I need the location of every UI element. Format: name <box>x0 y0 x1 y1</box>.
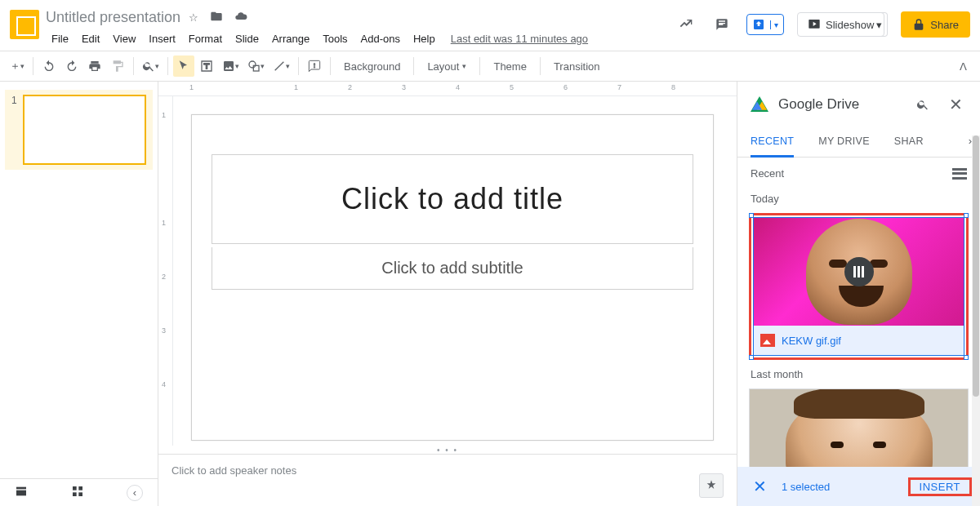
subtitle-placeholder[interactable]: Click to add subtitle <box>212 247 693 290</box>
print-button[interactable] <box>84 55 105 77</box>
slide-thumbnail-1[interactable]: 1 <box>5 90 153 170</box>
slideshow-caret[interactable]: ▾ <box>871 12 888 37</box>
drive-file-list[interactable]: Today KEKW gif.gif Last month <box>737 184 980 506</box>
last-edit-link[interactable]: Last edit was 11 minutes ago <box>451 33 588 45</box>
title-placeholder[interactable]: Click to add title <box>212 154 693 244</box>
file-card-selected[interactable]: KEKW gif.gif <box>749 213 969 360</box>
speaker-notes[interactable]: Click to add speaker notes <box>158 454 737 506</box>
list-view-icon[interactable] <box>952 168 967 180</box>
svg-point-0 <box>249 61 256 68</box>
grid-view-icon[interactable] <box>71 485 84 500</box>
file-name: KEKW gif.gif <box>782 335 841 347</box>
section-today: Today <box>751 193 967 205</box>
svg-rect-4 <box>73 486 77 490</box>
svg-rect-3 <box>16 490 26 496</box>
section-last-month: Last month <box>751 368 967 380</box>
clear-selection-icon[interactable]: ✕ <box>746 477 773 496</box>
drive-scrollbar[interactable] <box>972 135 980 506</box>
slide-thumb-preview <box>23 95 146 165</box>
trend-icon[interactable] <box>675 13 697 36</box>
background-button[interactable]: Background <box>336 60 408 73</box>
menu-edit[interactable]: Edit <box>76 29 105 48</box>
present-upload-button[interactable]: ▾ <box>746 14 784 35</box>
svg-rect-1 <box>253 65 259 71</box>
share-button[interactable]: Share <box>901 11 970 38</box>
menu-arrange[interactable]: Arrange <box>266 29 315 48</box>
search-icon[interactable] <box>911 93 934 116</box>
svg-rect-6 <box>73 492 77 496</box>
explore-button[interactable] <box>699 473 724 498</box>
svg-rect-7 <box>78 492 82 496</box>
comments-icon[interactable] <box>710 13 733 36</box>
redo-button[interactable] <box>61 55 82 77</box>
textbox-tool[interactable] <box>196 55 217 77</box>
doc-title-row: Untitled presentation ☆ <box>46 7 675 28</box>
undo-button[interactable] <box>38 55 60 77</box>
paint-format-button[interactable] <box>107 55 128 77</box>
theme-button[interactable]: Theme <box>485 60 534 73</box>
line-tool[interactable]: ▾ <box>270 55 293 77</box>
drive-panel-header: Google Drive ✕ <box>737 82 980 127</box>
canvas-area: 1 1 2 3 4 5 6 7 8 1 1 2 3 4 Click to add… <box>158 82 737 506</box>
slideshow-label: Slideshow <box>826 19 874 31</box>
menu-file[interactable]: File <box>46 29 74 48</box>
notes-splitter[interactable]: • • • <box>158 446 737 454</box>
filmstrip-view-icon[interactable] <box>15 485 28 500</box>
drive-selection-footer: ✕ 1 selected INSERT <box>737 467 980 506</box>
cloud-status-icon[interactable] <box>234 10 247 25</box>
svg-rect-5 <box>78 486 82 490</box>
tab-my-drive[interactable]: MY DRIVE <box>818 127 870 157</box>
menu-view[interactable]: View <box>107 29 141 48</box>
slides-app-icon[interactable] <box>10 10 39 39</box>
insert-button[interactable]: INSERT <box>911 476 969 498</box>
drive-sublabel: Recent <box>751 167 784 180</box>
layout-button[interactable]: Layout▾ <box>419 60 474 73</box>
select-tool[interactable] <box>173 55 194 77</box>
new-slide-button[interactable]: ＋▾ <box>7 55 28 77</box>
file-thumbnail <box>754 218 964 326</box>
header-actions: ▾ Slideshow ▾ Share <box>675 11 970 38</box>
zoom-button[interactable]: ▾ <box>139 55 163 77</box>
collapse-toolbar-icon[interactable]: ᐱ <box>952 55 973 77</box>
canvas-scroll: 1 1 2 3 4 5 6 7 8 1 1 2 3 4 Click to add… <box>158 82 737 446</box>
move-icon[interactable] <box>210 10 223 25</box>
star-icon[interactable]: ☆ <box>189 11 198 24</box>
slide-number: 1 <box>11 95 20 165</box>
image-tool[interactable]: ▾ <box>219 55 243 77</box>
title-icon-row: ☆ <box>189 10 247 25</box>
insert-button-highlight: INSERT <box>908 477 972 496</box>
filmstrip-footer: ‹ <box>0 478 158 506</box>
document-title[interactable]: Untitled presentation <box>46 9 180 26</box>
play-badge-icon <box>844 257 874 286</box>
transition-button[interactable]: Transition <box>546 60 608 73</box>
slide-filmstrip: 1 ‹ <box>0 82 158 506</box>
image-file-icon <box>760 334 775 347</box>
menu-tools[interactable]: Tools <box>317 29 353 48</box>
tab-recent[interactable]: RECENT <box>751 127 794 158</box>
collapse-filmstrip-icon[interactable]: ‹ <box>127 485 143 501</box>
menu-help[interactable]: Help <box>408 29 441 48</box>
speaker-notes-placeholder: Click to add speaker notes <box>172 464 296 477</box>
menu-slide[interactable]: Slide <box>229 29 265 48</box>
drive-logo-icon <box>751 96 768 113</box>
google-drive-panel: Google Drive ✕ RECENT MY DRIVE SHAR › Re… <box>737 82 980 506</box>
drive-panel-title: Google Drive <box>778 96 902 113</box>
horizontal-ruler: 1 1 2 3 4 5 6 7 8 <box>158 82 737 96</box>
body: 1 ‹ 1 1 2 3 4 5 6 7 8 1 1 <box>0 82 980 506</box>
app-header: Untitled presentation ☆ File Edit View I… <box>0 0 980 51</box>
close-icon[interactable]: ✕ <box>944 93 967 116</box>
svg-rect-2 <box>16 487 26 490</box>
menu-insert[interactable]: Insert <box>143 29 181 48</box>
share-label: Share <box>930 19 959 31</box>
menu-addons[interactable]: Add-ons <box>355 29 406 48</box>
tab-shared[interactable]: SHAR <box>894 127 924 157</box>
caret-down-icon[interactable]: ▾ <box>770 20 778 29</box>
slide-canvas[interactable]: Click to add title Click to add subtitle <box>191 114 714 441</box>
comment-tool[interactable] <box>304 55 325 77</box>
vertical-ruler: 1 1 2 3 4 <box>158 96 173 446</box>
menu-format[interactable]: Format <box>183 29 228 48</box>
file-meta: KEKW gif.gif <box>754 326 964 355</box>
menu-bar: File Edit View Insert Format Slide Arran… <box>46 29 675 48</box>
title-area: Untitled presentation ☆ File Edit View I… <box>46 7 675 48</box>
shape-tool[interactable]: ▾ <box>244 55 268 77</box>
